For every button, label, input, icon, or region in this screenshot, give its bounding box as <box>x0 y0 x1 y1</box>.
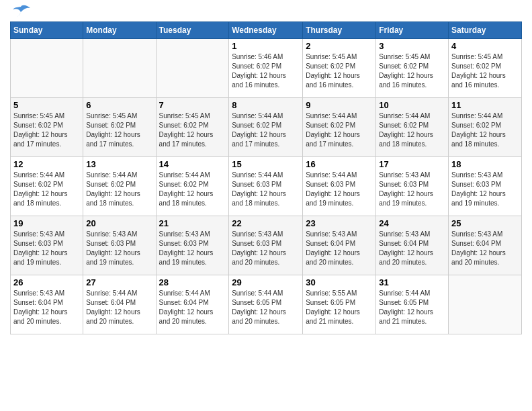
day-number: 27 <box>86 277 152 287</box>
day-number: 22 <box>232 218 300 228</box>
table-row: 7Sunrise: 5:45 AM Sunset: 6:02 PM Daylig… <box>156 98 229 157</box>
calendar-week-row: 1Sunrise: 5:46 AM Sunset: 6:02 PM Daylig… <box>11 39 522 98</box>
table-row: 30Sunrise: 5:55 AM Sunset: 6:05 PM Dayli… <box>303 275 376 334</box>
table-row: 6Sunrise: 5:45 AM Sunset: 6:02 PM Daylig… <box>83 98 156 157</box>
day-number: 18 <box>451 159 519 169</box>
table-row: 23Sunrise: 5:43 AM Sunset: 6:04 PM Dayli… <box>303 216 376 275</box>
col-monday: Monday <box>83 22 156 39</box>
table-row: 12Sunrise: 5:44 AM Sunset: 6:02 PM Dayli… <box>11 157 83 216</box>
table-row: 3Sunrise: 5:45 AM Sunset: 6:02 PM Daylig… <box>376 39 449 98</box>
day-number: 17 <box>379 159 445 169</box>
day-number: 15 <box>232 159 300 169</box>
day-number: 21 <box>159 218 226 228</box>
table-row: 9Sunrise: 5:44 AM Sunset: 6:02 PM Daylig… <box>303 98 376 157</box>
table-row: 20Sunrise: 5:43 AM Sunset: 6:03 PM Dayli… <box>83 216 156 275</box>
day-info: Sunrise: 5:43 AM Sunset: 6:03 PM Dayligh… <box>86 230 152 267</box>
logo-text-block <box>10 7 30 16</box>
day-info: Sunrise: 5:44 AM Sunset: 6:02 PM Dayligh… <box>86 171 152 208</box>
page: Sunday Monday Tuesday Wednesday Thursday… <box>0 0 532 411</box>
table-row: 15Sunrise: 5:44 AM Sunset: 6:03 PM Dayli… <box>229 157 303 216</box>
day-number: 12 <box>13 159 80 169</box>
calendar-week-row: 5Sunrise: 5:45 AM Sunset: 6:02 PM Daylig… <box>11 98 522 157</box>
day-info: Sunrise: 5:44 AM Sunset: 6:03 PM Dayligh… <box>306 171 373 208</box>
day-number: 5 <box>13 100 80 110</box>
day-info: Sunrise: 5:44 AM Sunset: 6:02 PM Dayligh… <box>379 111 445 149</box>
table-row: 25Sunrise: 5:43 AM Sunset: 6:04 PM Dayli… <box>449 216 522 275</box>
day-number: 26 <box>13 277 80 287</box>
table-row: 8Sunrise: 5:44 AM Sunset: 6:02 PM Daylig… <box>229 98 303 157</box>
day-info: Sunrise: 5:45 AM Sunset: 6:02 PM Dayligh… <box>13 111 80 149</box>
day-number: 28 <box>159 277 226 287</box>
day-info: Sunrise: 5:43 AM Sunset: 6:03 PM Dayligh… <box>379 171 445 208</box>
table-row: 11Sunrise: 5:44 AM Sunset: 6:02 PM Dayli… <box>449 98 522 157</box>
calendar-week-row: 26Sunrise: 5:43 AM Sunset: 6:04 PM Dayli… <box>11 275 522 334</box>
day-number: 9 <box>306 100 373 110</box>
day-info: Sunrise: 5:45 AM Sunset: 6:02 PM Dayligh… <box>379 52 445 90</box>
col-thursday: Thursday <box>303 22 376 39</box>
day-info: Sunrise: 5:43 AM Sunset: 6:03 PM Dayligh… <box>159 230 226 267</box>
day-number: 10 <box>379 100 445 110</box>
calendar-table: Sunday Monday Tuesday Wednesday Thursday… <box>10 21 522 334</box>
day-info: Sunrise: 5:45 AM Sunset: 6:02 PM Dayligh… <box>86 111 152 149</box>
day-info: Sunrise: 5:43 AM Sunset: 6:04 PM Dayligh… <box>306 230 373 267</box>
day-number: 3 <box>379 41 445 51</box>
day-info: Sunrise: 5:44 AM Sunset: 6:04 PM Dayligh… <box>159 289 226 326</box>
table-row: 16Sunrise: 5:44 AM Sunset: 6:03 PM Dayli… <box>303 157 376 216</box>
table-row: 17Sunrise: 5:43 AM Sunset: 6:03 PM Dayli… <box>376 157 449 216</box>
table-row: 21Sunrise: 5:43 AM Sunset: 6:03 PM Dayli… <box>156 216 229 275</box>
table-row: 2Sunrise: 5:45 AM Sunset: 6:02 PM Daylig… <box>303 39 376 98</box>
table-row: 4Sunrise: 5:45 AM Sunset: 6:02 PM Daylig… <box>449 39 522 98</box>
day-info: Sunrise: 5:43 AM Sunset: 6:03 PM Dayligh… <box>13 230 80 267</box>
table-row: 19Sunrise: 5:43 AM Sunset: 6:03 PM Dayli… <box>11 216 83 275</box>
table-row: 31Sunrise: 5:44 AM Sunset: 6:05 PM Dayli… <box>376 275 449 334</box>
table-row: 10Sunrise: 5:44 AM Sunset: 6:02 PM Dayli… <box>376 98 449 157</box>
calendar-header-row: Sunday Monday Tuesday Wednesday Thursday… <box>11 22 522 39</box>
day-info: Sunrise: 5:44 AM Sunset: 6:02 PM Dayligh… <box>232 111 300 149</box>
col-tuesday: Tuesday <box>156 22 229 39</box>
day-info: Sunrise: 5:43 AM Sunset: 6:03 PM Dayligh… <box>451 171 519 208</box>
day-number: 14 <box>159 159 226 169</box>
day-info: Sunrise: 5:45 AM Sunset: 6:02 PM Dayligh… <box>306 52 373 90</box>
day-number: 2 <box>306 41 373 51</box>
col-saturday: Saturday <box>449 22 522 39</box>
table-row: 14Sunrise: 5:44 AM Sunset: 6:02 PM Dayli… <box>156 157 229 216</box>
table-row: 18Sunrise: 5:43 AM Sunset: 6:03 PM Dayli… <box>449 157 522 216</box>
logo <box>10 7 30 16</box>
day-info: Sunrise: 5:43 AM Sunset: 6:04 PM Dayligh… <box>451 230 519 267</box>
table-row: 26Sunrise: 5:43 AM Sunset: 6:04 PM Dayli… <box>11 275 83 334</box>
day-info: Sunrise: 5:45 AM Sunset: 6:02 PM Dayligh… <box>159 111 226 149</box>
day-info: Sunrise: 5:44 AM Sunset: 6:05 PM Dayligh… <box>379 289 445 326</box>
table-row <box>449 275 522 334</box>
col-wednesday: Wednesday <box>229 22 303 39</box>
day-number: 7 <box>159 100 226 110</box>
day-number: 4 <box>451 41 519 51</box>
calendar-week-row: 12Sunrise: 5:44 AM Sunset: 6:02 PM Dayli… <box>11 157 522 216</box>
day-number: 1 <box>232 41 300 51</box>
day-info: Sunrise: 5:44 AM Sunset: 6:02 PM Dayligh… <box>306 111 373 149</box>
col-sunday: Sunday <box>11 22 83 39</box>
logo-bird-icon <box>11 4 30 19</box>
day-info: Sunrise: 5:45 AM Sunset: 6:02 PM Dayligh… <box>451 52 519 90</box>
day-number: 8 <box>232 100 300 110</box>
day-info: Sunrise: 5:43 AM Sunset: 6:04 PM Dayligh… <box>379 230 445 267</box>
day-info: Sunrise: 5:46 AM Sunset: 6:02 PM Dayligh… <box>232 52 300 90</box>
table-row: 13Sunrise: 5:44 AM Sunset: 6:02 PM Dayli… <box>83 157 156 216</box>
table-row: 29Sunrise: 5:44 AM Sunset: 6:05 PM Dayli… <box>229 275 303 334</box>
day-number: 11 <box>451 100 519 110</box>
day-number: 29 <box>232 277 300 287</box>
table-row <box>156 39 229 98</box>
table-row: 5Sunrise: 5:45 AM Sunset: 6:02 PM Daylig… <box>11 98 83 157</box>
day-number: 25 <box>451 218 519 228</box>
day-number: 19 <box>13 218 80 228</box>
table-row: 1Sunrise: 5:46 AM Sunset: 6:02 PM Daylig… <box>229 39 303 98</box>
table-row <box>11 39 83 98</box>
col-friday: Friday <box>376 22 449 39</box>
day-info: Sunrise: 5:55 AM Sunset: 6:05 PM Dayligh… <box>306 289 373 326</box>
day-number: 13 <box>86 159 152 169</box>
calendar-week-row: 19Sunrise: 5:43 AM Sunset: 6:03 PM Dayli… <box>11 216 522 275</box>
day-number: 6 <box>86 100 152 110</box>
day-info: Sunrise: 5:44 AM Sunset: 6:04 PM Dayligh… <box>86 289 152 326</box>
day-number: 20 <box>86 218 152 228</box>
day-info: Sunrise: 5:44 AM Sunset: 6:03 PM Dayligh… <box>232 171 300 208</box>
day-info: Sunrise: 5:44 AM Sunset: 6:02 PM Dayligh… <box>451 111 519 149</box>
